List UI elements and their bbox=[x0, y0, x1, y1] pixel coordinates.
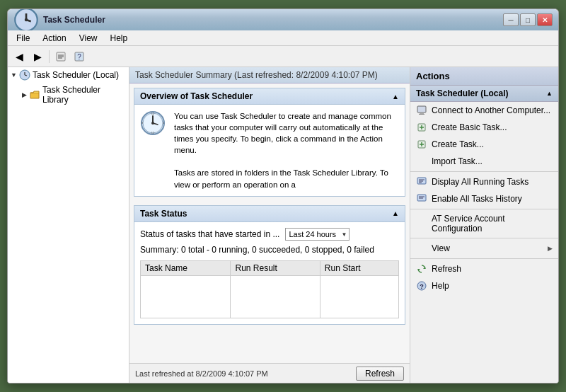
computer-icon bbox=[416, 105, 427, 116]
overview-text2: Tasks are stored in folders in the Task … bbox=[174, 168, 388, 188]
toolbar: ◀ ▶ ? bbox=[8, 46, 558, 67]
toolbar-sep-1 bbox=[49, 50, 50, 63]
action-display-running-label: Display All Running Tasks bbox=[432, 177, 529, 187]
title-bar-left: Task Scheduler bbox=[13, 8, 105, 33]
main-window: Task Scheduler ─ □ ✕ File Action View He… bbox=[7, 8, 559, 384]
action-enable-history-label: Enable All Tasks History bbox=[432, 194, 522, 204]
overview-collapse-icon[interactable]: ▲ bbox=[392, 93, 399, 100]
overview-clock-icon: 12 12 9 3 bbox=[140, 110, 166, 136]
action-refresh[interactable]: Refresh bbox=[410, 260, 558, 277]
menu-bar: File Action View Help bbox=[8, 30, 558, 46]
menu-help[interactable]: Help bbox=[105, 32, 134, 45]
maximize-button[interactable]: □ bbox=[520, 13, 536, 26]
col-task-name: Task Name bbox=[141, 260, 231, 275]
task-status-content: Status of tasks that have started in ...… bbox=[134, 222, 405, 324]
table-empty-row bbox=[141, 275, 399, 318]
actions-section-label: Task Scheduler (Local) bbox=[416, 88, 508, 98]
tree-item-library[interactable]: ▶ Task Scheduler Library bbox=[8, 83, 129, 107]
menu-file[interactable]: File bbox=[11, 32, 35, 45]
action-display-running[interactable]: Display All Running Tasks bbox=[410, 173, 558, 190]
action-at-service[interactable]: AT Service Account Configuration bbox=[410, 211, 558, 236]
folder-icon bbox=[29, 89, 40, 100]
help-toolbar-button[interactable]: ? bbox=[71, 48, 88, 65]
action-import[interactable]: Import Task... bbox=[410, 153, 558, 170]
center-footer: Last refreshed at 8/2/2009 4:10:07 PM Re… bbox=[129, 363, 410, 383]
import-icon bbox=[416, 156, 427, 167]
menu-view[interactable]: View bbox=[74, 32, 103, 45]
create-basic-icon bbox=[416, 122, 427, 133]
action-at-service-label: AT Service Account Configuration bbox=[432, 214, 553, 234]
left-panel: ▼ Task Scheduler (Local) ▶ Task Schedule… bbox=[8, 67, 129, 383]
action-help[interactable]: ? Help bbox=[410, 277, 558, 294]
action-divider-3 bbox=[410, 238, 558, 238]
scheduler-icon bbox=[19, 69, 30, 81]
col-run-result: Run Result bbox=[231, 260, 320, 275]
svg-rect-22 bbox=[417, 106, 426, 113]
minimize-button[interactable]: ─ bbox=[503, 13, 519, 26]
close-button[interactable]: ✕ bbox=[537, 13, 553, 26]
view-submenu-arrow: ▶ bbox=[548, 245, 553, 252]
back-button[interactable]: ◀ bbox=[11, 48, 28, 65]
action-connect[interactable]: Connect to Another Computer... bbox=[410, 102, 558, 119]
actions-section-title: Task Scheduler (Local) ▲ bbox=[410, 86, 558, 102]
svg-text:?: ? bbox=[77, 53, 81, 61]
expand-arrow: ▼ bbox=[11, 71, 17, 79]
overview-section-header: Overview of Task Scheduler ▲ bbox=[134, 88, 405, 105]
action-create-task[interactable]: Create Task... bbox=[410, 136, 558, 153]
center-body: Overview of Task Scheduler ▲ bbox=[129, 83, 410, 363]
action-help-label: Help bbox=[432, 281, 449, 291]
tree-item-scheduler-local[interactable]: ▼ Task Scheduler (Local) bbox=[8, 67, 129, 83]
overview-text1: You can use Task Scheduler to create and… bbox=[174, 112, 391, 154]
title-bar: Task Scheduler ─ □ ✕ bbox=[8, 9, 558, 30]
tree-label-local: Task Scheduler (Local) bbox=[33, 70, 119, 80]
history-icon bbox=[416, 193, 427, 204]
svg-point-3 bbox=[25, 18, 28, 22]
empty-cell-1 bbox=[141, 275, 231, 318]
svg-point-17 bbox=[151, 122, 154, 125]
expand-arrow-lib: ▶ bbox=[22, 91, 27, 98]
col-run-start: Run Start bbox=[320, 260, 398, 275]
center-panel: Task Scheduler Summary (Last refreshed: … bbox=[129, 67, 410, 383]
title-controls: ─ □ ✕ bbox=[503, 13, 553, 26]
task-table: Task Name Run Result Run Start bbox=[140, 260, 399, 318]
action-create-basic[interactable]: Create Basic Task... bbox=[410, 119, 558, 136]
task-status-header: Task Status ▲ bbox=[134, 206, 405, 222]
forward-button[interactable]: ▶ bbox=[29, 48, 46, 65]
action-view[interactable]: View ▶ bbox=[410, 240, 558, 257]
overview-section: Overview of Task Scheduler ▲ bbox=[134, 88, 405, 197]
properties-button[interactable] bbox=[52, 48, 69, 65]
action-enable-history[interactable]: Enable All Tasks History bbox=[410, 190, 558, 207]
action-divider-1 bbox=[410, 171, 558, 172]
overview-content: 12 12 9 3 You can use Task Scheduler to … bbox=[134, 105, 405, 196]
help-icon: ? bbox=[416, 280, 427, 292]
refresh-button[interactable]: Refresh bbox=[356, 367, 404, 381]
summary-text: Summary: 0 total - 0 running, 0 succeede… bbox=[140, 245, 399, 255]
empty-cell-3 bbox=[320, 275, 398, 318]
actions-section-collapse[interactable]: ▲ bbox=[546, 90, 553, 97]
actions-header: Actions bbox=[410, 67, 558, 86]
at-service-icon bbox=[416, 218, 427, 229]
svg-text:?: ? bbox=[420, 283, 424, 290]
time-range-wrapper: Last 24 hours Last hour Last week Last m… bbox=[285, 228, 350, 241]
action-import-label: Import Task... bbox=[432, 156, 483, 166]
running-tasks-icon bbox=[416, 176, 427, 188]
time-range-select[interactable]: Last 24 hours Last hour Last week Last m… bbox=[285, 228, 350, 241]
window-title: Task Scheduler bbox=[43, 15, 105, 25]
task-status-section: Task Status ▲ Status of tasks that have … bbox=[134, 205, 405, 325]
action-connect-label: Connect to Another Computer... bbox=[432, 105, 550, 115]
view-icon bbox=[416, 243, 427, 254]
menu-action[interactable]: Action bbox=[37, 32, 71, 45]
action-refresh-label: Refresh bbox=[432, 264, 461, 274]
svg-text:12: 12 bbox=[151, 112, 155, 115]
window-icon bbox=[13, 8, 39, 33]
clock-icon-box: 12 12 9 3 bbox=[140, 110, 168, 139]
task-status-collapse-icon[interactable]: ▲ bbox=[392, 209, 399, 217]
overview-title: Overview of Task Scheduler bbox=[140, 91, 253, 101]
empty-cell-2 bbox=[231, 275, 320, 318]
action-create-basic-label: Create Basic Task... bbox=[432, 122, 507, 132]
tree-label-library: Task Scheduler Library bbox=[42, 85, 126, 105]
action-divider-4 bbox=[410, 258, 558, 259]
svg-rect-24 bbox=[419, 114, 424, 115]
action-divider-2 bbox=[410, 209, 558, 209]
center-header: Task Scheduler Summary (Last refreshed: … bbox=[129, 67, 410, 83]
